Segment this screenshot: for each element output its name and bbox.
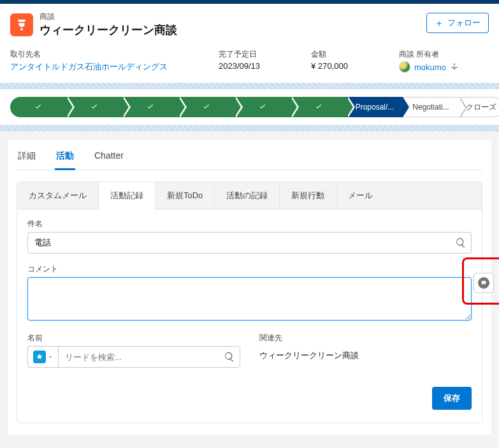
record-header: 商談 ウィークリークリーン商談 ＋ フォロー 取引先名 アンタイトルドガス石油ホ… <box>0 4 499 83</box>
owner-link[interactable]: mokumo <box>414 62 446 72</box>
check-icon <box>314 103 323 112</box>
subtab-new-todo[interactable]: 新規ToDo <box>155 182 215 209</box>
path-step-complete-4[interactable] <box>178 97 235 117</box>
divider-strip <box>0 83 499 89</box>
path-step-complete-5[interactable] <box>235 97 291 117</box>
path-step-complete-3[interactable] <box>122 97 178 117</box>
check-icon <box>34 103 43 112</box>
name-label: 名前 <box>27 333 240 343</box>
check-icon <box>258 103 267 112</box>
owner-avatar <box>399 61 410 73</box>
check-icon <box>90 103 99 112</box>
amount-value: ¥ 270,000 <box>311 61 348 71</box>
activity-panel: カスタムメール 活動記録 新規ToDo 活動の記録 新規行動 メール 件名 コメ… <box>17 182 482 423</box>
close-date-value: 2023/09/13 <box>219 61 260 71</box>
tab-chatter[interactable]: Chatter <box>93 150 125 170</box>
chevron-down-icon <box>47 354 54 360</box>
subtab-mail[interactable]: メール <box>336 182 384 209</box>
subject-label: 件名 <box>27 219 472 229</box>
chat-icon <box>478 277 489 289</box>
tab-activity[interactable]: 活動 <box>55 150 75 170</box>
subtab-new-action[interactable]: 新規行動 <box>280 182 336 209</box>
check-icon <box>146 103 155 112</box>
plus-icon: ＋ <box>435 18 444 27</box>
related-value: ウィークリークリーン商談 <box>259 346 472 361</box>
follow-button[interactable]: ＋ フォロー <box>426 13 489 33</box>
divider-strip-2 <box>0 125 499 131</box>
tab-details[interactable]: 詳細 <box>17 150 37 170</box>
account-link[interactable]: アンタイトルドガス石油ホールディングス <box>10 61 168 73</box>
subject-input[interactable] <box>27 232 472 254</box>
record-body: 詳細 活動 Chatter カスタムメール 活動記録 新規ToDo 活動の記録 … <box>8 140 491 435</box>
name-lookup-input[interactable] <box>58 346 240 368</box>
lookup-type-picker[interactable] <box>27 346 58 368</box>
subtab-activity-record[interactable]: 活動記録 <box>99 182 155 210</box>
save-button[interactable]: 保存 <box>432 387 472 410</box>
follow-button-label: フォロー <box>447 17 481 29</box>
path-step-complete-1[interactable] <box>10 97 66 117</box>
path-step-complete-6[interactable] <box>291 97 347 117</box>
record-type-label: 商談 <box>40 11 177 22</box>
path-step-future-1[interactable]: Negotiati... <box>403 97 459 117</box>
change-owner-icon[interactable] <box>450 62 459 71</box>
check-icon <box>202 103 211 112</box>
lead-icon <box>33 350 46 363</box>
path-step-current[interactable]: Proposal/... <box>347 97 403 117</box>
sales-path: Proposal/... Negotiati... クローズ <box>0 89 499 125</box>
activity-sub-tabs: カスタムメール 活動記録 新規ToDo 活動の記録 新規行動 メール <box>17 182 482 210</box>
search-icon[interactable] <box>224 351 235 363</box>
account-label: 取引先名 <box>10 49 168 60</box>
path-step-complete-2[interactable] <box>66 97 122 117</box>
main-tab-bar: 詳細 活動 Chatter <box>17 150 482 170</box>
record-title: ウィークリークリーン商談 <box>40 22 177 38</box>
related-label: 関連先 <box>259 333 472 343</box>
opportunity-icon <box>10 13 33 36</box>
subtab-log-activity[interactable]: 活動の記録 <box>215 182 280 209</box>
chat-assist-button[interactable] <box>474 273 494 293</box>
comment-textarea[interactable] <box>27 277 472 321</box>
amount-label: 金額 <box>311 49 348 60</box>
comment-label: コメント <box>27 264 472 275</box>
search-icon[interactable] <box>455 237 466 249</box>
subtab-custom-mail[interactable]: カスタムメール <box>17 182 99 209</box>
owner-label: 商談 所有者 <box>399 49 459 60</box>
close-date-label: 完了予定日 <box>219 49 260 60</box>
